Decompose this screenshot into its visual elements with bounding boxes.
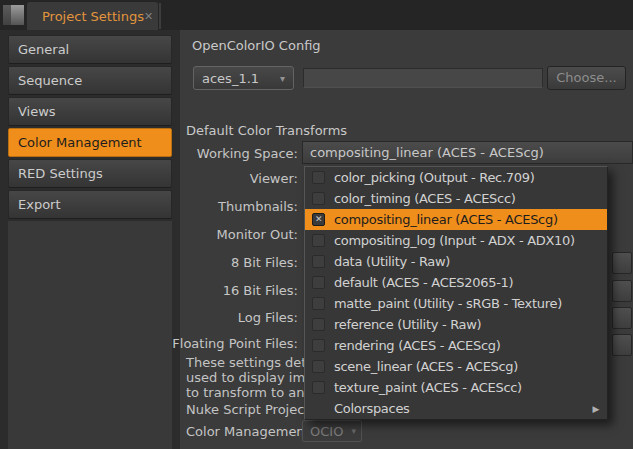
settings-description-line: to transform to and bbox=[186, 385, 313, 400]
panel-split-icon-left bbox=[3, 5, 11, 25]
menu-item-color-picking[interactable]: color_picking (Output - Rec.709) bbox=[305, 167, 607, 188]
default-color-transforms-title: Default Color Transforms bbox=[186, 123, 347, 138]
menu-item-color-timing[interactable]: color_timing (ACES - ACEScc) bbox=[305, 188, 607, 209]
menu-item-texture-paint[interactable]: texture_paint (ACES - ACEScc) bbox=[305, 377, 607, 398]
checkbox-unchecked-icon bbox=[312, 339, 325, 352]
chevron-down-icon: ▾ bbox=[351, 426, 361, 436]
settings-description-line: These settings deter bbox=[186, 355, 320, 370]
log-files-dropdown-partial[interactable] bbox=[612, 307, 632, 329]
ocio-config-dropdown-value: aces_1.1 bbox=[194, 71, 259, 86]
thumbnails-label: Thumbnails: bbox=[0, 199, 298, 214]
submenu-arrow-icon: ▶ bbox=[592, 404, 607, 414]
close-icon[interactable]: ✕ bbox=[144, 10, 164, 23]
menu-item-reference[interactable]: reference (Utility - Raw) bbox=[305, 314, 607, 335]
chevron-down-icon: ▾ bbox=[280, 73, 293, 84]
checkbox-unchecked-icon bbox=[312, 276, 325, 289]
menu-item-scene-linear[interactable]: scene_linear (ACES - ACEScg) bbox=[305, 356, 607, 377]
ocio-config-section-title: OpenColorIO Config bbox=[192, 38, 321, 53]
tab-bar: Project Settings ✕ bbox=[0, 0, 633, 30]
choose-button: Choose... bbox=[547, 66, 626, 90]
sidebar: General Sequence Views Color Management … bbox=[8, 35, 172, 221]
menu-item-rendering[interactable]: rendering (ACES - ACEScg) bbox=[305, 335, 607, 356]
ocio-config-path-input bbox=[303, 68, 543, 88]
checkbox-unchecked-icon bbox=[312, 192, 325, 205]
8-bit-files-dropdown-partial[interactable] bbox=[612, 252, 632, 274]
floating-point-files-dropdown-partial[interactable] bbox=[612, 334, 632, 356]
tab-project-settings[interactable]: Project Settings ✕ bbox=[27, 2, 158, 30]
color-management-dropdown-disabled: OCIO ▾ bbox=[302, 420, 362, 442]
sidebar-item-views[interactable]: Views bbox=[8, 97, 172, 126]
viewer-label: Viewer: bbox=[0, 171, 298, 186]
menu-item-colorspaces[interactable]: Colorspaces ▶ bbox=[305, 398, 607, 419]
checkbox-unchecked-icon bbox=[312, 234, 325, 247]
working-space-dropdown[interactable]: compositing_linear (ACES - ACEScg) bbox=[302, 141, 633, 164]
tab-divider bbox=[159, 3, 161, 29]
checkbox-unchecked-icon bbox=[312, 360, 325, 373]
16-bit-files-dropdown-partial[interactable] bbox=[612, 280, 632, 302]
panel-split-icon[interactable] bbox=[3, 5, 24, 25]
menu-item-default[interactable]: default (ACES - ACES2065-1) bbox=[305, 272, 607, 293]
8-bit-files-label: 8 Bit Files: bbox=[0, 255, 298, 270]
working-space-menu: color_picking (Output - Rec.709) color_t… bbox=[304, 166, 608, 420]
16-bit-files-label: 16 Bit Files: bbox=[0, 283, 298, 298]
color-management-value: OCIO bbox=[303, 424, 343, 439]
nuke-script-project-label: Nuke Script Project bbox=[186, 402, 309, 417]
working-space-label: Working Space: bbox=[0, 146, 298, 161]
tab-title: Project Settings bbox=[27, 9, 144, 24]
checkbox-unchecked-icon bbox=[312, 171, 325, 184]
log-files-label: Log Files: bbox=[0, 310, 298, 325]
ocio-config-dropdown[interactable]: aces_1.1 ▾ bbox=[193, 66, 294, 90]
monitor-out-label: Monitor Out: bbox=[0, 227, 298, 242]
menu-item-data[interactable]: data (Utility - Raw) bbox=[305, 251, 607, 272]
checkbox-unchecked-icon bbox=[312, 381, 325, 394]
checkbox-unchecked-icon bbox=[312, 255, 325, 268]
checkbox-unchecked-icon bbox=[312, 297, 325, 310]
settings-description-line: used to display imag bbox=[186, 370, 321, 385]
menu-item-matte-paint[interactable]: matte_paint (Utility - sRGB - Texture) bbox=[305, 293, 607, 314]
floating-point-files-label: Floating Point Files: bbox=[0, 336, 298, 351]
checkbox-unchecked-icon bbox=[312, 318, 325, 331]
color-management-label: Color Management: bbox=[186, 424, 314, 439]
checkbox-checked-icon: ✕ bbox=[312, 213, 325, 226]
sidebar-item-sequence[interactable]: Sequence bbox=[8, 66, 172, 95]
menu-item-compositing-linear[interactable]: ✕ compositing_linear (ACES - ACEScg) bbox=[305, 209, 607, 230]
sidebar-item-general[interactable]: General bbox=[8, 35, 172, 64]
panel-split-icon-right bbox=[11, 5, 24, 25]
menu-item-compositing-log[interactable]: compositing_log (Input - ADX - ADX10) bbox=[305, 230, 607, 251]
